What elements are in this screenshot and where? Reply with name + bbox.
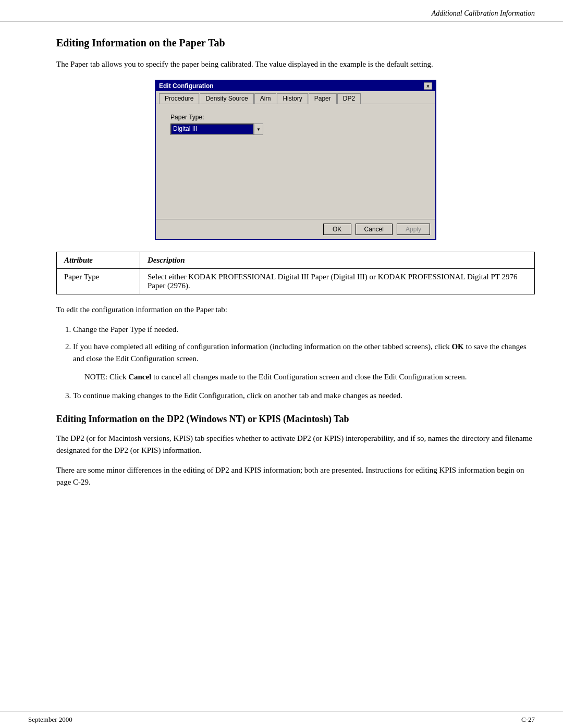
tab-paper[interactable]: Paper	[309, 93, 337, 104]
edit-configuration-dialog: Edit Configuration × Procedure Density S…	[155, 80, 436, 240]
apply-button[interactable]: Apply	[397, 224, 430, 235]
footer-left: September 2000	[28, 715, 72, 724]
main-content: Editing Information on the Paper Tab The…	[0, 21, 563, 511]
tab-dp2[interactable]: DP2	[337, 93, 361, 104]
list-item-1: Change the Paper Type if needed.	[73, 324, 535, 336]
page-footer: September 2000 C-27	[0, 711, 563, 728]
tab-history[interactable]: History	[277, 93, 308, 104]
dialog-title: Edit Configuration	[159, 82, 214, 90]
instructions-intro: To edit the configuration information on…	[56, 304, 535, 316]
page-header: Additional Calibration Information	[0, 0, 563, 21]
section1-heading: Editing Information on the Paper Tab	[56, 37, 535, 49]
close-icon: ×	[426, 83, 430, 89]
dialog-wrapper: Edit Configuration × Procedure Density S…	[56, 80, 535, 240]
note-paragraph: NOTE: Click Cancel to cancel all changes…	[84, 371, 535, 383]
cancel-button[interactable]: Cancel	[356, 224, 393, 235]
paper-type-select[interactable]: Digital III	[170, 124, 254, 135]
tab-aim[interactable]: Aim	[254, 93, 277, 104]
dialog-body: Paper Type: Digital III ▼	[156, 104, 435, 219]
dialog-close-button[interactable]: ×	[424, 82, 432, 90]
attribute-table: Attribute Description Paper Type Select …	[56, 252, 535, 294]
section1-intro: The Paper tab allows you to specify the …	[56, 58, 535, 70]
dialog-footer: OK Cancel Apply	[156, 219, 435, 239]
footer-right: C-27	[521, 715, 535, 724]
paper-type-select-wrapper: Digital III ▼	[170, 124, 426, 135]
table-cell-attribute: Paper Type	[57, 269, 140, 294]
table-col-description: Description	[140, 252, 535, 269]
paper-type-label: Paper Type:	[170, 114, 426, 121]
instructions-list-2: To continue making changes to the Edit C…	[73, 390, 535, 402]
tab-procedure[interactable]: Procedure	[159, 93, 199, 104]
header-title: Additional Calibration Information	[432, 9, 535, 18]
instructions-list: Change the Paper Type if needed. If you …	[73, 324, 535, 365]
table-row: Paper Type Select either KODAK PROFESSIO…	[57, 269, 535, 294]
list-item-3: To continue making changes to the Edit C…	[73, 390, 535, 402]
table-cell-description: Select either KODAK PROFESSIONAL Digital…	[140, 269, 535, 294]
dialog-titlebar: Edit Configuration ×	[156, 81, 435, 91]
dialog-tabs: Procedure Density Source Aim History Pap…	[156, 91, 435, 104]
dropdown-arrow-icon[interactable]: ▼	[254, 124, 263, 135]
section2-heading: Editing Information on the DP2 (Windows …	[56, 413, 535, 425]
tab-density-source[interactable]: Density Source	[200, 93, 253, 104]
section2-para2: There are some minor differences in the …	[56, 464, 535, 489]
list-item-2: If you have completed all editing of con…	[73, 341, 535, 365]
table-col-attribute: Attribute	[57, 252, 140, 269]
ok-button[interactable]: OK	[323, 224, 351, 235]
section2-para1: The DP2 (or for Macintosh versions, KPIS…	[56, 433, 535, 457]
